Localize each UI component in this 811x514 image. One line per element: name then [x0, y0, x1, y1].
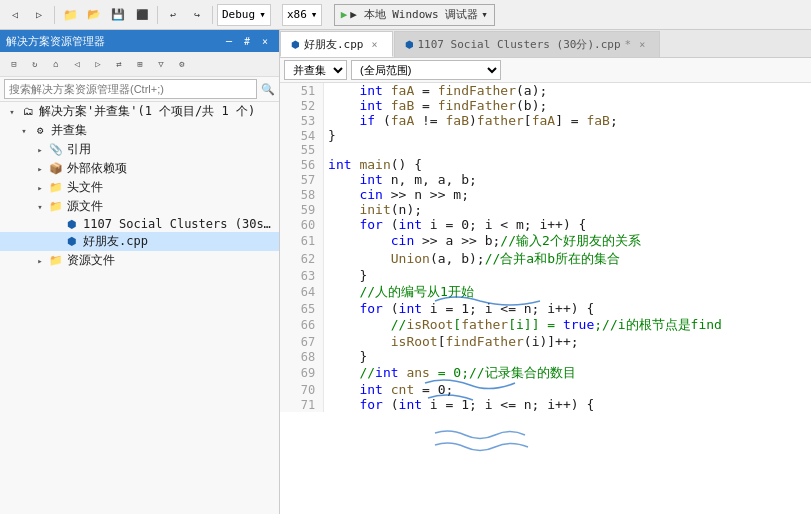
line-code[interactable]: if (faA != faB)father[faA] = faB; [324, 113, 811, 128]
back-btn[interactable]: ◁ [4, 4, 26, 26]
tab-bar: ⬢ 好朋友.cpp × ⬢ 1107 Social Clusters (30分)… [280, 30, 811, 58]
sidebar-pin-btn[interactable]: ─ [221, 33, 237, 49]
source-item[interactable]: ▾ 📁 源文件 [0, 197, 279, 216]
line-code[interactable]: isRoot[findFather(i)]++; [324, 334, 811, 349]
editor-toolbar: 并查集 (全局范围) [280, 58, 811, 83]
table-row: 54} [280, 128, 811, 143]
ref-item[interactable]: ▸ 📎 引用 [0, 140, 279, 159]
home-btn[interactable]: ⌂ [46, 54, 66, 74]
line-code[interactable]: //int ans = 0;//记录集合的数目 [324, 364, 811, 382]
ref-label: 引用 [67, 141, 91, 158]
header-label: 头文件 [67, 179, 103, 196]
cluster-file-item[interactable]: ⬢ 1107 Social Clusters (30s… [0, 216, 279, 232]
show-all-btn[interactable]: ⊞ [130, 54, 150, 74]
ref-arrow-icon: ▸ [32, 145, 48, 155]
line-code[interactable]: Union(a, b);//合并a和b所在的集合 [324, 250, 811, 268]
line-code[interactable] [324, 143, 811, 157]
platform-arrow-icon: ▾ [311, 8, 318, 21]
run-dropdown-icon: ▾ [481, 8, 488, 21]
line-code[interactable]: int cnt = 0; [324, 382, 811, 397]
line-code[interactable]: int main() { [324, 157, 811, 172]
sync-btn[interactable]: ⇄ [109, 54, 129, 74]
line-number: 51 [280, 83, 324, 98]
solution-root-item[interactable]: ▾ 🗂 解决方案'并查集'(1 个项目/共 1 个) [0, 102, 279, 121]
table-row: 57 int n, m, a, b; [280, 172, 811, 187]
debug-label: Debug [222, 8, 255, 21]
scope-project-dropdown[interactable]: 并查集 [284, 60, 347, 80]
line-code[interactable]: } [324, 128, 811, 143]
new-project-icon[interactable]: 📁 [59, 4, 81, 26]
table-row: 69 //int ans = 0;//记录集合的数目 [280, 364, 811, 382]
forward-btn[interactable]: ▷ [28, 4, 50, 26]
line-code[interactable]: init(n); [324, 202, 811, 217]
open-icon[interactable]: 📂 [83, 4, 105, 26]
search-input[interactable] [4, 79, 257, 99]
line-number: 69 [280, 364, 324, 382]
resource-arrow-icon: ▸ [32, 256, 48, 266]
sidebar-title: 解决方案资源管理器 [6, 34, 105, 49]
nav-back-btn[interactable]: ◁ [67, 54, 87, 74]
sidebar-header: 解决方案资源管理器 ─ # × [0, 30, 279, 52]
table-row: 61 cin >> a >> b;//输入2个好朋友的关系 [280, 232, 811, 250]
filter-btn[interactable]: ▽ [151, 54, 171, 74]
header-folder-icon: 📁 [48, 181, 64, 194]
project-item[interactable]: ▾ ⚙ 并查集 [0, 121, 279, 140]
tab-social-clusters[interactable]: ⬢ 1107 Social Clusters (30分).cpp * × [394, 31, 661, 57]
tab-haopenyou[interactable]: ⬢ 好朋友.cpp × [280, 31, 393, 57]
collapse-all-btn[interactable]: ⊟ [4, 54, 24, 74]
platform-dropdown[interactable]: x86 ▾ [282, 4, 323, 26]
nav-forward-btn[interactable]: ▷ [88, 54, 108, 74]
table-row: 53 if (faA != faB)father[faA] = faB; [280, 113, 811, 128]
redo-icon[interactable]: ↪ [186, 4, 208, 26]
main-file-label: 好朋友.cpp [83, 233, 148, 250]
tab-haopenyou-label: 好朋友.cpp [304, 37, 364, 52]
resource-item[interactable]: ▸ 📁 资源文件 [0, 251, 279, 270]
table-row: 62 Union(a, b);//合并a和b所在的集合 [280, 250, 811, 268]
sidebar-close-btn[interactable]: × [257, 33, 273, 49]
line-code[interactable]: int n, m, a, b; [324, 172, 811, 187]
line-code[interactable]: } [324, 268, 811, 283]
line-number: 57 [280, 172, 324, 187]
line-code[interactable]: int faB = findFather(b); [324, 98, 811, 113]
code-container[interactable]: 51 int faA = findFather(a);52 int faB = … [280, 83, 811, 514]
main-file-item[interactable]: ⬢ 好朋友.cpp [0, 232, 279, 251]
ref-icon: 📎 [48, 143, 64, 156]
debug-dropdown[interactable]: Debug ▾ [217, 4, 271, 26]
search-icon[interactable]: 🔍 [261, 83, 275, 96]
line-number: 62 [280, 250, 324, 268]
sidebar: 解决方案资源管理器 ─ # × ⊟ ↻ ⌂ ◁ ▷ ⇄ ⊞ ▽ ⚙ 🔍 [0, 30, 280, 514]
save-all-icon[interactable]: ⬛ [131, 4, 153, 26]
table-row: 67 isRoot[findFather(i)]++; [280, 334, 811, 349]
tab-haopenyou-close-btn[interactable]: × [368, 37, 382, 51]
line-code[interactable]: //人的编号从1开始 [324, 283, 811, 301]
save-icon[interactable]: 💾 [107, 4, 129, 26]
refresh-btn[interactable]: ↻ [25, 54, 45, 74]
line-code[interactable]: for (int i = 1; i <= n; i++) { [324, 301, 811, 316]
header-item[interactable]: ▸ 📁 头文件 [0, 178, 279, 197]
line-code[interactable]: int faA = findFather(a); [324, 83, 811, 98]
resource-folder-icon: 📁 [48, 254, 64, 267]
sidebar-pin2-btn[interactable]: # [239, 33, 255, 49]
table-row: 63 } [280, 268, 811, 283]
undo-icon[interactable]: ↩ [162, 4, 184, 26]
platform-label: x86 [287, 8, 307, 21]
ext-dep-item[interactable]: ▸ 📦 外部依赖项 [0, 159, 279, 178]
line-code[interactable]: for (int i = 0; i < m; i++) { [324, 217, 811, 232]
solution-label: 解决方案'并查集'(1 个项目/共 1 个) [39, 103, 255, 120]
line-number: 64 [280, 283, 324, 301]
table-row: 56int main() { [280, 157, 811, 172]
source-label: 源文件 [67, 198, 103, 215]
line-code[interactable]: for (int i = 1; i <= n; i++) { [324, 397, 811, 412]
line-number: 68 [280, 349, 324, 364]
project-arrow-icon: ▾ [16, 126, 32, 136]
line-code[interactable]: cin >> n >> m; [324, 187, 811, 202]
sidebar-header-btns: ─ # × [221, 33, 273, 49]
line-code[interactable]: } [324, 349, 811, 364]
settings-icon[interactable]: ⚙ [172, 54, 192, 74]
scope-range-dropdown[interactable]: (全局范围) [351, 60, 501, 80]
run-button[interactable]: ▶ ▶ 本地 Windows 调试器 ▾ [334, 4, 495, 26]
tab-social-clusters-close-btn[interactable]: × [635, 38, 649, 52]
line-code[interactable]: cin >> a >> b;//输入2个好朋友的关系 [324, 232, 811, 250]
line-number: 60 [280, 217, 324, 232]
line-code[interactable]: //isRoot[father[i]] = true;//i的根节点是find [324, 316, 811, 334]
